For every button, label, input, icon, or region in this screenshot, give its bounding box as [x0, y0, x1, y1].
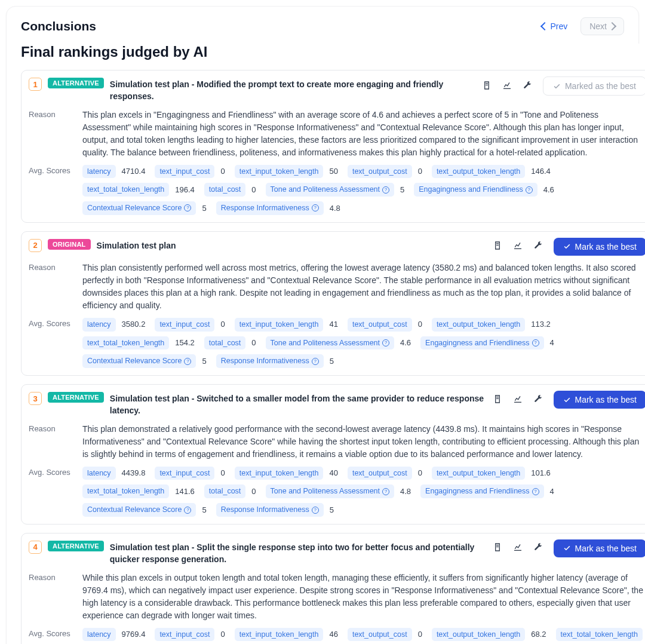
chart-icon[interactable] [513, 394, 523, 406]
metric-value: 196.4 [175, 184, 195, 196]
metrics-row: latency4710.4text_input_cost0text_input_… [82, 165, 645, 215]
badge-alt: ALTERNATIVE [48, 392, 104, 403]
metric-chip: Response Informativeness ? [216, 201, 324, 215]
prev-label: Prev [550, 22, 567, 31]
mark-best-button: Marked as the best [543, 76, 645, 96]
metric-chip: Contextual Relevance Score ? [82, 201, 196, 215]
metric-value: 4439.8 [122, 467, 146, 479]
mark-best-button[interactable]: Mark as the best [554, 391, 646, 409]
metric-chip: Tone and Politeness Assessment ? [266, 484, 394, 498]
metric-value: 0 [251, 184, 256, 196]
metric-chip: Response Informativeness ? [216, 354, 324, 368]
scores-label: Avg. Scores [29, 165, 74, 175]
metric-value: 0 [220, 165, 225, 177]
metric-chip: text_total_token_length [82, 336, 169, 350]
chevron-right-icon [608, 22, 616, 30]
metric-value: 4.8 [330, 203, 340, 214]
metric-value: 0 [418, 165, 422, 177]
metric-chip: latency [82, 318, 116, 332]
ranking-item: 2ORIGINALSimulation test planMark as the… [21, 231, 645, 376]
prev-button[interactable]: Prev [533, 17, 576, 35]
reason-label: Reason [29, 109, 74, 119]
metrics-row: latency9769.4text_input_cost0text_input_… [82, 628, 645, 644]
metric-value: 5 [400, 184, 404, 196]
metric-chip: text_output_token_length [432, 628, 525, 642]
metric-chip: text_total_token_length [82, 183, 169, 197]
metric-value: 0 [251, 486, 256, 498]
metric-chip: text_input_cost [155, 467, 214, 480]
metric-value: 4.8 [400, 486, 411, 498]
metric-value: 5 [330, 355, 334, 367]
metric-chip: total_cost [204, 336, 246, 350]
metric-value: 4710.4 [122, 165, 146, 177]
scores-label: Avg. Scores [29, 318, 74, 328]
metric-chip: latency [82, 467, 116, 480]
reason-text: While this plan excels in output token l… [82, 572, 645, 622]
rank-number: 4 [29, 541, 42, 554]
chart-icon[interactable] [513, 542, 523, 554]
badge-orig: ORIGINAL [48, 239, 91, 250]
rank-number: 2 [29, 239, 42, 252]
metric-value: 141.6 [175, 486, 195, 498]
metric-value: 0 [220, 628, 225, 640]
metric-chip: Engagingness and Friendliness ? [420, 336, 543, 350]
metric-chip: Contextual Relevance Score ? [82, 354, 196, 368]
conclusions-card: Conclusions Prev Next Final rankings jud… [6, 6, 639, 644]
reason-text: This plan excels in "Engagingness and Fr… [82, 109, 645, 159]
metric-value: 4 [550, 486, 554, 498]
chart-icon[interactable] [502, 81, 512, 92]
wrench-icon[interactable] [533, 241, 543, 252]
plan-title: Simulation test plan [97, 238, 487, 252]
metric-chip: text_input_cost [155, 628, 214, 642]
metric-chip: text_output_token_length [432, 467, 525, 480]
metric-value: 9769.4 [122, 628, 146, 640]
pagination: Prev Next [533, 17, 624, 35]
rank-number: 1 [29, 78, 42, 91]
wrench-icon[interactable] [533, 394, 543, 406]
metric-value: 3580.2 [122, 318, 146, 330]
metric-chip: Tone and Politeness Assessment ? [266, 336, 394, 350]
mark-best-button[interactable]: Mark as the best [554, 238, 646, 256]
metric-chip: text_output_cost [348, 165, 412, 179]
reason-label: Reason [29, 572, 74, 582]
metric-value: 113.2 [531, 318, 551, 330]
mark-best-button[interactable]: Mark as the best [554, 539, 646, 557]
metrics-row: latency4439.8text_input_cost0text_input_… [82, 467, 645, 517]
details-icon[interactable] [493, 394, 502, 406]
details-icon[interactable] [493, 241, 502, 252]
wrench-icon[interactable] [533, 542, 543, 554]
metric-chip: text_input_cost [155, 165, 214, 179]
metric-chip: Engagingness and Friendliness ? [414, 183, 537, 197]
next-label: Next [589, 22, 607, 31]
metric-value: 4 [550, 337, 554, 349]
details-icon[interactable] [493, 542, 502, 554]
metric-value: 0 [251, 337, 256, 349]
next-button: Next [580, 17, 624, 35]
metric-chip: text_input_token_length [235, 165, 324, 179]
details-icon[interactable] [482, 81, 492, 92]
scores-label: Avg. Scores [29, 467, 74, 477]
metric-chip: text_output_cost [348, 628, 412, 642]
chart-icon[interactable] [513, 241, 523, 252]
page-title: Conclusions [21, 19, 96, 33]
metric-chip: text_input_token_length [235, 628, 324, 642]
metric-chip: text_output_cost [348, 467, 412, 480]
metric-value: 41 [329, 318, 337, 330]
metric-value: 5 [330, 504, 334, 516]
metric-chip: total_cost [204, 183, 246, 197]
scores-label: Avg. Scores [29, 628, 74, 638]
reason-label: Reason [29, 423, 74, 433]
reason-label: Reason [29, 262, 74, 272]
metric-chip: text_output_token_length [432, 165, 525, 179]
badge-alt: ALTERNATIVE [48, 78, 104, 88]
metric-value: 154.2 [175, 337, 195, 349]
metric-value: 4.6 [543, 184, 554, 196]
metric-chip: Contextual Relevance Score ? [82, 503, 196, 517]
wrench-icon[interactable] [523, 81, 532, 92]
metric-chip: total_cost [204, 484, 246, 498]
rankings-section: Final rankings judged by AI 1ALTERNATIVE… [21, 44, 645, 644]
metric-chip: text_input_cost [155, 318, 214, 332]
metric-value: 0 [220, 318, 225, 330]
metric-value: 0 [418, 467, 422, 479]
metric-value: 0 [418, 628, 422, 640]
